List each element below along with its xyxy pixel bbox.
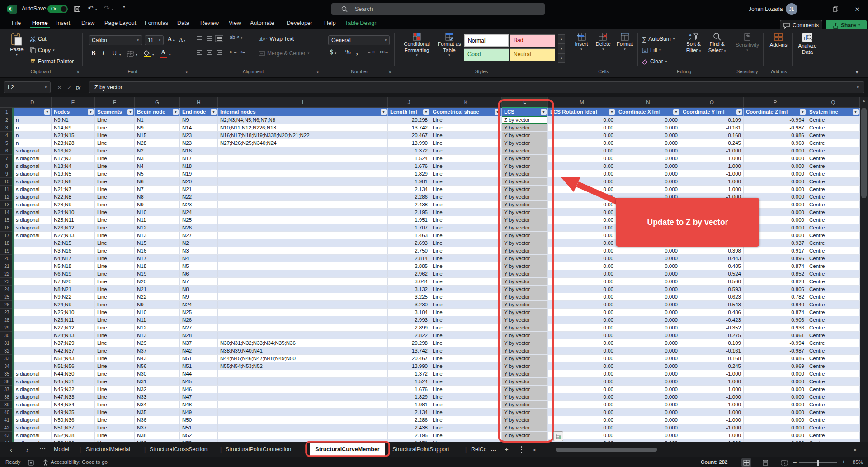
cell-F29[interactable]: Line — [95, 324, 135, 331]
cell-O34[interactable]: 0.245 — [680, 362, 744, 370]
cell-O11[interactable]: -1.000 — [680, 186, 744, 193]
cell-K9[interactable]: Line — [430, 170, 502, 177]
cell-H32[interactable]: N42 — [180, 347, 218, 354]
cell-I15[interactable] — [218, 216, 388, 224]
increase-decimal-button[interactable]: ←.0 — [367, 50, 375, 54]
cell-M39[interactable]: 0.00 — [548, 401, 616, 408]
cell-F18[interactable]: Line — [95, 239, 135, 247]
autosum-button[interactable]: ∑ AutoSum▾ — [642, 34, 675, 43]
cell-J7[interactable]: 1.524 — [388, 155, 430, 162]
table-header-coordinate-y-m-[interactable]: Coordinate Y [m]▼ — [680, 108, 744, 116]
cell-E26[interactable]: N24;N9 — [52, 301, 95, 308]
cell-I42[interactable] — [218, 424, 388, 431]
row-header-7[interactable]: 7 — [0, 155, 14, 162]
save-icon[interactable] — [74, 5, 81, 13]
row-header-28[interactable]: 28 — [0, 316, 14, 324]
fill-button[interactable]: Fill▾ — [642, 46, 661, 55]
ribbon-tab-file[interactable]: File — [10, 19, 23, 27]
zoom-in-button[interactable]: + — [842, 458, 845, 465]
row-header-39[interactable]: 39 — [0, 401, 14, 409]
restore-button[interactable] — [831, 5, 840, 14]
gallery-down-icon[interactable]: ▼ — [558, 44, 565, 53]
cell-P34[interactable]: 0.969 — [744, 362, 807, 370]
cell-L43[interactable]: Y by vector — [502, 432, 548, 439]
cell-G9[interactable]: N5 — [135, 170, 180, 177]
cell-G18[interactable]: N15 — [135, 239, 180, 247]
add-ins-button[interactable]: Add-ins — [767, 33, 790, 48]
column-header-D[interactable]: D — [14, 97, 52, 108]
cell-N21[interactable]: 0.000 — [616, 262, 680, 270]
cell-D7[interactable]: s diagonal — [14, 155, 52, 162]
cell-P4[interactable]: 0.986 — [744, 132, 807, 139]
cell-P6[interactable]: 0.000 — [744, 147, 807, 154]
cell-K3[interactable]: Line — [430, 124, 502, 131]
cell-K34[interactable]: Line — [430, 362, 502, 370]
cell-G15[interactable]: N11 — [135, 216, 180, 224]
row-header-33[interactable]: 33 — [0, 355, 14, 362]
cell-G36[interactable]: N31 — [135, 378, 180, 385]
cell-K28[interactable]: Line — [430, 316, 502, 324]
cell-H13[interactable]: N23 — [180, 201, 218, 208]
cell-H21[interactable]: N5 — [180, 262, 218, 270]
cell-L5[interactable]: Y by vector — [502, 139, 548, 147]
cell-K29[interactable]: Line — [430, 324, 502, 331]
cell-H38[interactable]: N47 — [180, 393, 218, 400]
cell-I29[interactable] — [218, 324, 388, 331]
cell-D12[interactable]: s diagonal — [14, 193, 52, 200]
cell-G7[interactable]: N3 — [135, 155, 180, 162]
row-header-35[interactable]: 35 — [0, 370, 14, 378]
cell-I26[interactable] — [218, 301, 388, 308]
row-header-10[interactable]: 10 — [0, 178, 14, 186]
cell-F30[interactable]: Line — [95, 332, 135, 339]
cell-Q30[interactable]: Centre — [807, 332, 860, 339]
cell-L15[interactable]: Y by vector — [502, 216, 548, 224]
cell-O36[interactable]: -1.000 — [680, 378, 744, 385]
cell-H7[interactable]: N17 — [180, 155, 218, 162]
column-header-H[interactable]: H — [180, 97, 218, 108]
cell-D13[interactable]: s diagonal — [14, 201, 52, 208]
cell-G21[interactable]: N18 — [135, 262, 180, 270]
cell-M13[interactable]: 0.00 — [548, 201, 616, 208]
cell-K39[interactable]: Line — [430, 401, 502, 408]
cell-L16[interactable]: Y by vector — [502, 224, 548, 231]
formula-input[interactable]: Z by vector▾ — [89, 81, 864, 93]
cell-K15[interactable]: Line — [430, 216, 502, 224]
cell-G41[interactable]: N36 — [135, 416, 180, 424]
cell-O41[interactable]: -1.000 — [680, 416, 744, 424]
cell-J43[interactable]: 2.195 — [388, 432, 430, 439]
cell-P5[interactable]: 0.969 — [744, 139, 807, 147]
cell-K22[interactable]: Line — [430, 270, 502, 277]
cell-D23[interactable] — [14, 278, 52, 285]
column-header-L[interactable]: L — [502, 97, 548, 108]
cell-L37[interactable]: Y by vector — [502, 386, 548, 393]
cell-K24[interactable]: Line — [430, 286, 502, 293]
cell-F25[interactable]: Line — [95, 293, 135, 300]
cell-O38[interactable]: -1.000 — [680, 393, 744, 400]
copy-button[interactable]: Copy▾ — [30, 46, 55, 55]
cell-F32[interactable]: Line — [95, 347, 135, 354]
cell-N39[interactable]: 0.000 — [616, 401, 680, 408]
insert-function-icon[interactable]: fx — [76, 81, 80, 93]
cell-M29[interactable]: 0.00 — [548, 324, 616, 331]
cell-M33[interactable]: 0.00 — [548, 355, 616, 362]
ribbon-tab-data[interactable]: Data — [175, 19, 191, 27]
cell-H30[interactable]: N28 — [180, 332, 218, 339]
cell-N33[interactable]: 0.000 — [616, 355, 680, 362]
cell-E34[interactable]: N51;N56 — [52, 362, 95, 370]
cell-O6[interactable]: -1.000 — [680, 147, 744, 154]
cell-E43[interactable]: N52;N38 — [52, 432, 95, 439]
borders-icon[interactable] — [127, 51, 134, 57]
cell-F43[interactable]: Line — [95, 432, 135, 439]
cell-O43[interactable]: -1.000 — [680, 432, 744, 439]
cell-E16[interactable]: N26;N12 — [52, 224, 95, 231]
close-button[interactable]: ✕ — [853, 5, 862, 14]
sort-filter-button[interactable]: A Z Sort & Filter ▾ — [683, 33, 704, 54]
cell-Q27[interactable]: Centre — [807, 309, 860, 316]
cell-J36[interactable]: 1.524 — [388, 378, 430, 385]
cell-G34[interactable]: N56 — [135, 362, 180, 370]
cell-D19[interactable] — [14, 247, 52, 254]
cell-K7[interactable]: Line — [430, 155, 502, 162]
cell-K4[interactable]: Line — [430, 132, 502, 139]
column-header-G[interactable]: G — [135, 97, 180, 108]
cell-M8[interactable]: 0.00 — [548, 162, 616, 170]
